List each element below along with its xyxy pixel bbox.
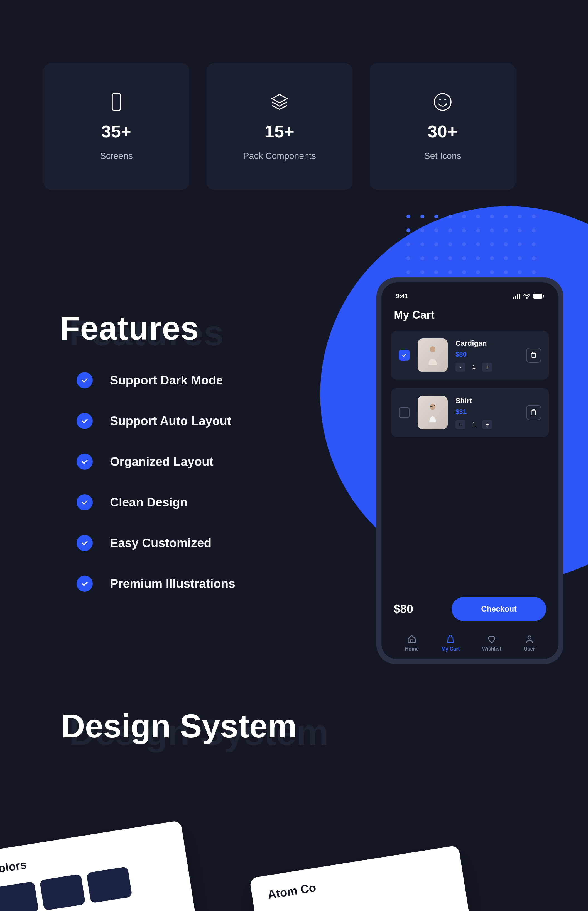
- battery-icon: [533, 294, 544, 299]
- svg-rect-5: [513, 297, 514, 299]
- layers-icon: [270, 92, 289, 112]
- smile-icon: [433, 92, 453, 112]
- wifi-icon: [523, 294, 530, 299]
- check-icon: [77, 576, 93, 592]
- design-system-heading: Design System: [61, 707, 297, 745]
- qty-value: 1: [469, 420, 479, 429]
- cart-item-image: [418, 338, 447, 372]
- feature-text: Support Dark Mode: [110, 373, 223, 387]
- stat-card-icons: 30+ Set Icons: [370, 63, 515, 190]
- user-icon: [525, 634, 534, 644]
- trash-icon: [530, 409, 537, 416]
- feature-item: Support Auto Layout: [77, 413, 235, 429]
- delete-button[interactable]: [526, 348, 541, 363]
- stat-label: Set Icons: [424, 151, 461, 161]
- qty-increase-button[interactable]: +: [482, 363, 492, 372]
- nav-label: Home: [405, 646, 419, 652]
- svg-point-18: [528, 636, 531, 639]
- stat-number: 15+: [265, 121, 294, 141]
- svg-rect-13: [532, 354, 536, 358]
- stat-label: Screens: [100, 151, 132, 161]
- svg-rect-16: [532, 411, 536, 415]
- svg-point-2: [435, 94, 451, 110]
- svg-rect-8: [519, 294, 521, 299]
- stat-card-components: 15+ Pack Components: [207, 63, 352, 190]
- feature-item: Clean Design: [77, 494, 235, 510]
- status-bar: 9:41: [391, 293, 549, 306]
- qty-decrease-button[interactable]: -: [456, 363, 465, 372]
- svg-point-9: [526, 297, 527, 298]
- nav-user[interactable]: User: [524, 634, 535, 652]
- cart-item: Cardigan $80 - 1 +: [391, 331, 549, 380]
- feature-item: Organized Layout: [77, 453, 235, 470]
- nav-label: Wishlist: [482, 646, 501, 652]
- check-icon: [77, 453, 93, 470]
- trash-icon: [530, 351, 537, 359]
- feature-item: Premium Illustrations: [77, 576, 235, 592]
- cart-item-name: Shirt: [456, 396, 519, 405]
- decorative-dot-grid: [407, 215, 536, 288]
- nav-wishlist[interactable]: Wishlist: [482, 634, 501, 652]
- cart-item-checkbox[interactable]: [399, 350, 410, 361]
- check-icon: [77, 494, 93, 510]
- qty-decrease-button[interactable]: -: [456, 420, 465, 429]
- svg-rect-10: [533, 294, 542, 299]
- heart-icon: [487, 634, 496, 644]
- color-swatch: [40, 874, 86, 911]
- cart-item-image: [418, 396, 447, 429]
- svg-marker-1: [272, 94, 287, 103]
- svg-point-12: [430, 346, 435, 353]
- qty-increase-button[interactable]: +: [482, 420, 492, 429]
- bottom-nav: Home My Cart Wishlist User: [391, 629, 549, 659]
- nav-cart[interactable]: My Cart: [441, 634, 460, 652]
- svg-rect-6: [515, 296, 517, 299]
- status-time: 9:41: [396, 293, 408, 300]
- color-swatch: [86, 866, 132, 903]
- svg-rect-7: [517, 294, 519, 299]
- nav-home[interactable]: Home: [405, 634, 419, 652]
- check-icon: [77, 372, 93, 388]
- feature-item: Support Dark Mode: [77, 372, 235, 388]
- svg-rect-11: [543, 295, 544, 298]
- svg-rect-0: [112, 94, 121, 110]
- color-swatch: [0, 881, 39, 911]
- features-heading: Features: [60, 309, 235, 347]
- svg-rect-17: [411, 640, 413, 643]
- check-icon: [77, 535, 93, 551]
- check-icon: [77, 413, 93, 429]
- feature-text: Organized Layout: [110, 455, 213, 469]
- cart-total: $80: [394, 602, 413, 616]
- phone-screen: 9:41 My Cart Cardigan $80: [381, 283, 559, 659]
- phone-mockup: 9:41 My Cart Cardigan $80: [376, 277, 564, 664]
- home-icon: [407, 634, 417, 644]
- signal-icon: [513, 294, 520, 299]
- cart-item: Shirt $31 - 1 +: [391, 388, 549, 437]
- cart-title: My Cart: [391, 306, 549, 331]
- atom-card-title: Atom Co: [267, 860, 447, 902]
- nav-label: User: [524, 646, 535, 652]
- checkout-button[interactable]: Checkout: [452, 597, 546, 621]
- cart-item-checkbox[interactable]: [399, 407, 410, 418]
- feature-text: Support Auto Layout: [110, 414, 231, 428]
- phone-icon: [107, 92, 126, 112]
- design-card-atom: Atom Co: [249, 845, 480, 911]
- qty-value: 1: [469, 363, 479, 372]
- cart-item-price: $31: [456, 408, 519, 416]
- feature-item: Easy Customized: [77, 535, 235, 551]
- stat-card-screens: 35+ Screens: [44, 63, 189, 190]
- design-card-colors: Colors: [0, 820, 207, 911]
- stat-number: 30+: [428, 121, 458, 141]
- delete-button[interactable]: [526, 405, 541, 420]
- stat-number: 35+: [101, 121, 131, 141]
- feature-text: Clean Design: [110, 495, 187, 509]
- feature-text: Premium Illustrations: [110, 577, 235, 591]
- stat-label: Pack Components: [243, 151, 316, 161]
- cart-item-name: Cardigan: [456, 339, 519, 348]
- feature-text: Easy Customized: [110, 536, 211, 550]
- cart-item-price: $80: [456, 351, 519, 358]
- bag-icon: [446, 634, 455, 644]
- nav-label: My Cart: [441, 646, 460, 652]
